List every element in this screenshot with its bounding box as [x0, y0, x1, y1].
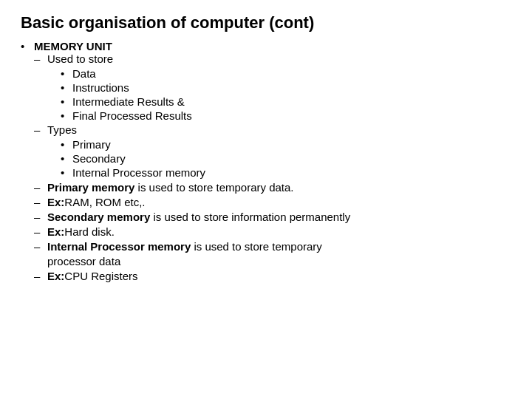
type-item-secondary: Secondary — [72, 152, 126, 165]
ex-hard-text: Ex:Hard disk. — [47, 225, 115, 238]
internal-memory-rest: is used to store temporary — [191, 240, 322, 253]
dash-internal-memory: – — [34, 240, 47, 253]
dot-intermediate: • — [61, 95, 72, 108]
primary-memory-bold: Primary memory — [47, 181, 134, 194]
ex-cpu-rest: CPU Registers — [64, 270, 137, 282]
ex-cpu-text: Ex:CPU Registers — [47, 270, 138, 282]
used-to-store-label: Used to store — [47, 52, 113, 65]
store-item-intermediate: Intermediate Results & — [72, 95, 185, 108]
dash-ex-hard: – — [34, 225, 47, 238]
dot-internal-type: • — [61, 166, 72, 179]
bullet-memory-dot: • — [21, 40, 34, 52]
secondary-memory-rest: is used to store information permanently — [150, 211, 350, 223]
type-item-primary: Primary — [72, 138, 111, 151]
store-item-data: Data — [72, 67, 96, 80]
ex-hard-bold: Ex: — [47, 225, 64, 238]
internal-memory-bold: Internal Processor memory — [47, 240, 191, 253]
ex-hard-rest: Hard disk. — [64, 225, 115, 238]
internal-memory-rest2: processor data — [47, 255, 120, 267]
ex-ram-bold: Ex: — [47, 196, 64, 208]
internal-memory-text: Internal Processor memory is used to sto… — [47, 240, 322, 253]
ex-cpu-bold: Ex: — [47, 270, 64, 282]
dot-secondary-type: • — [61, 152, 72, 165]
primary-memory-text: Primary memory is used to store temporar… — [47, 181, 294, 194]
page-title: Basic organisation of computer (cont) — [21, 13, 511, 33]
dot-final: • — [61, 109, 72, 122]
dash-ex-cpu: – — [34, 270, 47, 282]
dash-used-to-store: – — [34, 52, 47, 65]
store-item-instructions: Instructions — [72, 81, 129, 94]
ex-ram-rest: RAM, ROM etc,. — [64, 196, 145, 208]
secondary-memory-bold: Secondary memory — [47, 211, 150, 223]
dot-primary-type: • — [61, 138, 72, 151]
dot-instructions: • — [61, 81, 72, 94]
dash-ex-ram: – — [34, 196, 47, 208]
dash-types: – — [34, 123, 47, 136]
ex-ram-text: Ex:RAM, ROM etc,. — [47, 196, 146, 208]
dash-secondary-memory: – — [34, 211, 47, 223]
primary-memory-rest: is used to store temporary data. — [134, 181, 293, 194]
dot-data: • — [61, 67, 72, 80]
type-item-internal: Internal Processor memory — [72, 166, 205, 179]
secondary-memory-text: Secondary memory is used to store inform… — [47, 211, 350, 223]
memory-unit-label: MEMORY UNIT — [34, 40, 112, 52]
dash-primary-memory: – — [34, 181, 47, 194]
types-label: Types — [47, 123, 77, 136]
store-item-final: Final Processed Results — [72, 109, 192, 122]
